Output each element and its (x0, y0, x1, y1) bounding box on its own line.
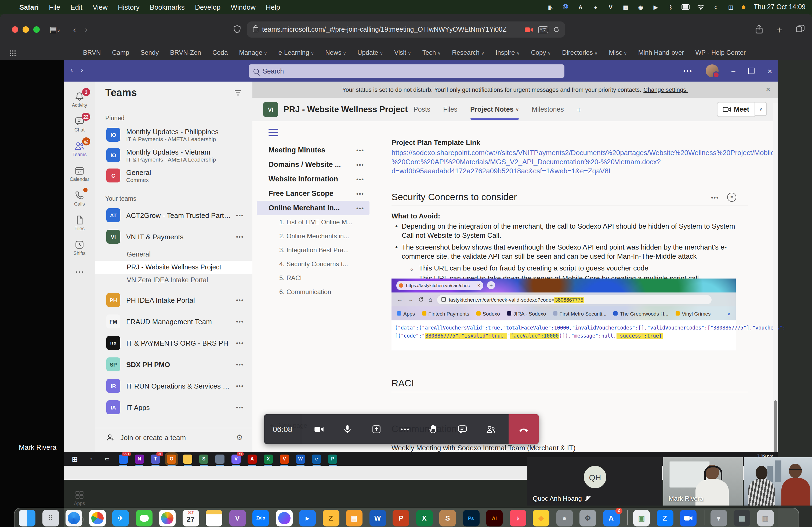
sidebar-item-chat[interactable]: Chat22 (64, 111, 95, 136)
dock-calendar[interactable]: OCT27 (182, 510, 199, 526)
taskbar-teams[interactable]: T9+ (151, 454, 160, 463)
bookmark-brvn[interactable]: BRVN (83, 49, 101, 56)
dock-safari[interactable] (66, 510, 82, 526)
dock-app-store[interactable]: A2 (603, 510, 620, 526)
participants-button[interactable] (480, 414, 502, 444)
taskbar-people[interactable]: 99+ (119, 454, 128, 463)
wiki-section[interactable]: Meeting Minutes••• (257, 143, 369, 157)
dock-screenshot-thumb[interactable]: ▦ (734, 510, 750, 526)
team-row[interactable]: IT&IT & PAYMENTS ORG - BRS PH••• (95, 333, 252, 353)
section-more-icon[interactable]: ••• (356, 147, 364, 153)
section-more-icon[interactable]: ••• (356, 161, 364, 168)
menu-edit[interactable]: Edit (70, 3, 83, 11)
bookmark-camp[interactable]: Camp (112, 49, 129, 56)
sidebar-item-shifts[interactable]: Shifts (64, 235, 95, 260)
wifi-icon[interactable] (697, 3, 705, 11)
v-app-icon[interactable]: V (607, 3, 615, 11)
bookmark-minh-hand-over[interactable]: Minh Hand-over (638, 49, 684, 56)
teams-forward-icon[interactable]: › (81, 65, 91, 74)
dock-camera-app[interactable]: ● (556, 510, 573, 526)
minimize-window-button[interactable] (23, 26, 29, 33)
bluetooth-icon[interactable]: ᛒ (667, 3, 675, 11)
teams-back-icon[interactable]: ‹ (70, 65, 81, 74)
taskbar-start[interactable]: ⊞ (70, 454, 79, 463)
team-row[interactable]: IAIT Apps••• (95, 397, 252, 418)
dock-notes[interactable] (206, 510, 222, 526)
taskbar-acrobat[interactable]: A (248, 454, 257, 463)
team-row[interactable]: FMFRAUD Management Team••• (95, 311, 252, 332)
bookmark-manage[interactable]: Manage∨ (239, 49, 267, 56)
play-circle-icon[interactable]: ▶ (652, 3, 660, 11)
scrollbar[interactable] (773, 103, 778, 473)
taskbar-outlook[interactable]: O (167, 454, 176, 463)
team-more-icon[interactable]: ••• (236, 234, 244, 240)
teams-maximize-button[interactable] (748, 67, 755, 74)
wiki-subpage[interactable]: 5. RACI (257, 271, 369, 285)
chat-button[interactable] (452, 414, 473, 444)
menu-help[interactable]: Help (266, 3, 280, 11)
manage-teams-gear-icon[interactable]: ⚙ (236, 433, 243, 442)
dock-chrome[interactable] (89, 510, 105, 526)
team-row[interactable]: IRIT RUN Operations & Services Support••… (95, 376, 252, 396)
sidebar-item-calls[interactable]: Calls (64, 186, 95, 210)
sidebar-item-activity[interactable]: Activity3 (64, 87, 95, 111)
dock-zalo-chat[interactable]: Z (656, 510, 673, 526)
wiki-subpage[interactable]: 3. Integration Best Pra... (257, 243, 369, 257)
dock-preview-window[interactable]: ▣ (633, 510, 650, 526)
channel-item[interactable]: VN Zeta IDEA Intake Portal (126, 274, 252, 287)
wiki-section[interactable]: Online Merchant In...••• (257, 201, 369, 215)
dock-launchpad[interactable]: ⠿ (42, 510, 59, 526)
wiki-subpage[interactable]: 2. Online Merchants in... (257, 229, 369, 243)
sidebar-item-teams[interactable]: Teams@ (64, 136, 95, 161)
bookmark-tech[interactable]: Tech∨ (422, 49, 441, 56)
menu-window[interactable]: Window (231, 3, 256, 11)
sharepoint-link[interactable]: https://sodexo.sharepoint.com/:w:/r/site… (392, 148, 775, 157)
hang-up-button[interactable] (509, 414, 539, 444)
share-icon[interactable] (755, 25, 763, 34)
bookmark-coda[interactable]: Coda (213, 49, 228, 56)
bookmark-research[interactable]: Research∨ (452, 49, 484, 56)
sidebar-item-apps[interactable]: Apps (64, 485, 95, 510)
meet-dropdown-button[interactable]: ∨ (755, 102, 767, 116)
bookmark-news[interactable]: News∨ (325, 49, 346, 56)
taskbar-task-view[interactable]: ▭ (103, 454, 112, 463)
bookmark-update[interactable]: Update∨ (358, 49, 383, 56)
camera-button[interactable] (308, 414, 330, 444)
forward-button[interactable]: › (85, 25, 88, 34)
dock-bookmarks-folder[interactable]: ▤ (346, 510, 362, 526)
taskbar-viber[interactable]: V71 (231, 454, 241, 463)
close-window-button[interactable] (12, 26, 18, 33)
dock-illustrator[interactable]: Ai (486, 510, 503, 526)
raise-hand-button[interactable] (423, 414, 445, 444)
menu-view[interactable]: View (93, 3, 108, 11)
team-row[interactable]: PHPH IDEA Intake Portal••• (95, 290, 252, 310)
mic-button[interactable] (337, 414, 358, 444)
taskbar-excel[interactable]: X (264, 454, 273, 463)
bookmark-sendy[interactable]: Sendy (141, 49, 159, 56)
dock-messages[interactable] (135, 510, 152, 526)
menu-safari[interactable]: Safari (19, 3, 39, 11)
dock-powerpoint[interactable]: P (393, 510, 409, 526)
taskbar-visio[interactable]: V (280, 454, 289, 463)
dock-trash[interactable]: ▥ (757, 510, 773, 526)
tab-project-notes[interactable]: Project Notes∨ (470, 98, 519, 121)
bookmark-misc[interactable]: Misc∨ (609, 49, 627, 56)
tab-overview-icon[interactable] (796, 25, 804, 33)
favorites-grid-icon[interactable] (10, 50, 17, 56)
dock-photoshop[interactable]: Ps (463, 510, 479, 526)
translate-icon[interactable]: A文 (538, 26, 548, 33)
menu-clock[interactable]: Thu 27 Oct 14:09 (754, 3, 806, 11)
banner-close-icon[interactable]: × (766, 85, 770, 93)
team-more-icon[interactable]: ••• (236, 340, 244, 346)
dock-sketch[interactable]: ◆ (533, 510, 549, 526)
back-button[interactable]: ‹ (73, 25, 76, 34)
user-circle-icon[interactable]: ◉ (637, 3, 645, 11)
share-screen-button[interactable] (365, 414, 387, 444)
privacy-shield-icon[interactable] (233, 25, 241, 34)
dock-messenger[interactable] (276, 510, 292, 526)
team-more-icon[interactable]: ••• (236, 297, 244, 303)
channel-item[interactable]: PRJ - Website Wellness Project (95, 261, 252, 274)
filter-icon[interactable] (234, 90, 242, 95)
address-bar[interactable]: teams.microsoft.com/_#/pre-join-calling/… (247, 21, 565, 37)
wiki-subpage[interactable]: 1. List of LIVE Online M... (257, 215, 369, 229)
